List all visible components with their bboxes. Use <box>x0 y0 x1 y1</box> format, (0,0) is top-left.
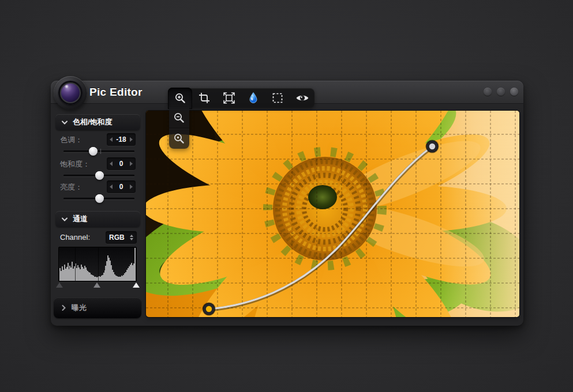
channel-panel-header[interactable]: 通道 <box>55 211 140 227</box>
pic-editor-window: Pic Editor <box>51 81 523 326</box>
histogram-handles <box>58 282 137 288</box>
window-dot-2[interactable] <box>497 88 505 96</box>
lens-icon <box>58 81 83 105</box>
curve-start-handle[interactable] <box>203 303 215 315</box>
hue-slider[interactable] <box>63 147 134 156</box>
saturation-label: 饱和度： <box>60 159 90 169</box>
hue-saturation-panel-header[interactable]: 色相/饱和度 <box>55 114 140 130</box>
stepper-increase-icon[interactable] <box>130 184 133 189</box>
toolbar <box>168 88 314 108</box>
curve-overlay[interactable] <box>146 111 519 317</box>
camera-lens-logo <box>54 76 87 110</box>
hue-slider-thumb[interactable] <box>89 147 98 156</box>
brightness-slider[interactable] <box>63 194 134 203</box>
hue-saturation-panel-title: 色相/饱和度 <box>73 117 113 127</box>
chevron-down-icon <box>62 120 68 125</box>
resize-icon <box>223 92 235 104</box>
saturation-slider[interactable] <box>63 171 134 180</box>
grid-lines <box>146 111 519 317</box>
saturation-stepper[interactable]: 0 <box>107 157 136 170</box>
window-dot-3[interactable] <box>510 88 518 96</box>
preview-tool-button[interactable] <box>290 88 314 108</box>
crop-tool-button[interactable] <box>192 88 216 108</box>
crop-icon <box>199 92 210 104</box>
channel-label: Channel: <box>60 233 90 242</box>
slider-track[interactable] <box>63 150 134 152</box>
slider-center-tick <box>100 149 101 154</box>
channel-dropdown-value: RGB <box>109 233 125 242</box>
retouch-tool-button[interactable] <box>241 88 265 108</box>
brightness-value: 0 <box>113 183 130 191</box>
updown-arrows-icon <box>130 235 133 240</box>
highlights-handle[interactable] <box>133 282 140 288</box>
channel-dropdown[interactable]: RGB <box>106 231 137 244</box>
resize-tool-button[interactable] <box>217 88 241 108</box>
water-drop-icon <box>248 92 259 104</box>
image-canvas[interactable] <box>146 111 519 317</box>
eye-icon <box>295 93 309 103</box>
app-title: Pic Editor <box>89 86 143 99</box>
stepper-increase-icon[interactable] <box>130 137 133 142</box>
zoom-actual-size-icon <box>173 133 185 145</box>
marquee-selection-icon <box>272 92 283 104</box>
zoom-flyout <box>169 107 189 149</box>
zoom-out-button[interactable] <box>169 107 189 128</box>
zoom-in-tool-button[interactable] <box>168 88 192 109</box>
exposure-panel-title: 曝光 <box>72 303 87 313</box>
midtones-handle[interactable] <box>93 282 100 288</box>
curve-end-handle[interactable] <box>426 141 439 153</box>
exposure-panel-header[interactable]: 曝光 <box>54 297 141 318</box>
stepper-increase-icon[interactable] <box>130 161 133 166</box>
zoom-in-icon <box>174 92 186 104</box>
marquee-tool-button[interactable] <box>265 88 290 108</box>
chevron-down-icon <box>62 217 68 221</box>
shadows-handle[interactable] <box>56 282 63 288</box>
brightness-stepper[interactable]: 0 <box>107 180 136 193</box>
hue-value: -18 <box>113 135 130 144</box>
saturation-slider-thumb[interactable] <box>95 171 104 180</box>
chevron-right-icon <box>62 305 66 311</box>
histogram-bars <box>59 248 136 281</box>
saturation-value: 0 <box>113 160 130 168</box>
zoom-out-icon <box>173 112 185 124</box>
hue-label: 色调： <box>60 135 83 145</box>
brightness-slider-thumb[interactable] <box>95 194 104 203</box>
zoom-actual-size-button[interactable] <box>169 128 189 149</box>
window-dot-1[interactable] <box>484 88 492 96</box>
channel-panel-title: 通道 <box>73 214 88 224</box>
histogram <box>58 247 137 282</box>
hue-stepper[interactable]: -18 <box>107 133 136 146</box>
brightness-label: 亮度： <box>60 182 83 193</box>
window-controls <box>484 88 518 96</box>
